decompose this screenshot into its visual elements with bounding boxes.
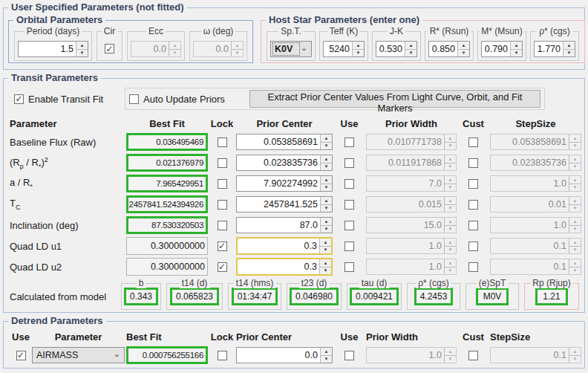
lock-checkbox[interactable] [218,158,227,168]
period-spinner[interactable]: 1.5▲▼ [18,41,88,57]
spinner-up-icon[interactable]: ▲ [564,42,575,49]
rho-spinner-field[interactable]: 1.770 [535,42,563,56]
cust-checkbox[interactable] [468,262,478,272]
cust-checkbox[interactable] [468,137,478,147]
prior-center-spinner-field[interactable]: 0.053858691 [237,135,320,149]
cust-checkbox[interactable] [468,351,478,360]
cust-checkbox[interactable] [468,158,478,168]
prior-center-spinner-field[interactable]: 2457841.525 [237,198,320,211]
spinner-down-icon[interactable]: ▼ [564,49,575,57]
teff-spinner[interactable]: 5240▲▼ [323,41,365,57]
use-checkbox[interactable] [344,241,354,251]
prior-center-spinner-field[interactable]: 0.3 [238,239,319,253]
lock-checkbox[interactable] [218,137,227,147]
prior-center-spinner[interactable]: 0.3▲▼ [236,258,333,276]
period-spinner-field[interactable]: 1.5 [19,42,76,56]
spinner-up-icon: ▲ [569,134,581,142]
spinner-up-icon[interactable]: ▲ [458,42,469,49]
spinner-down-icon[interactable]: ▼ [321,204,332,213]
spinner-down-icon[interactable]: ▼ [353,49,364,57]
spinner-down-icon[interactable]: ▼ [321,225,332,233]
spinner-up-icon[interactable]: ▲ [353,42,364,49]
mstar-spinner[interactable]: 0.790▲▼ [481,41,523,57]
lock-checkbox[interactable] [218,200,227,210]
cir-checkbox[interactable]: ✓ [105,44,114,53]
spinner-up-icon[interactable]: ▲ [320,239,331,246]
auto-update-priors-checkbox[interactable] [129,94,139,104]
transit-rows: Baseline Flux (Raw)0.0364954690.05385869… [4,132,584,277]
spinner-down-icon[interactable]: ▼ [405,49,416,57]
spinner-up-icon[interactable]: ▲ [321,197,332,204]
prior-center-spinner[interactable]: 0.053858691▲▼ [236,134,333,150]
lock-cell [208,179,236,189]
extract-priors-button[interactable]: Extract Prior Center Values From Light C… [249,90,540,108]
prior-center-spinner-field[interactable]: 0.023835736 [237,156,320,169]
jk-spinner-field[interactable]: 0.530 [376,42,405,56]
calc-value-field: M0V [476,288,509,305]
jk-spinner[interactable]: 0.530▲▼ [376,41,417,57]
use-checkbox[interactable] [344,200,354,210]
use-checkbox[interactable] [344,158,354,168]
spinner-down-icon[interactable]: ▼ [511,49,522,57]
spt-select[interactable]: K0V⌄ [270,41,312,57]
spinner-down-icon[interactable]: ▼ [321,142,332,150]
use-checkbox[interactable] [344,262,354,272]
spinner-down-icon: ▼ [445,184,456,192]
spinner-down-icon[interactable]: ▼ [458,49,469,57]
spinner-up-icon[interactable]: ▲ [321,218,332,225]
lock-checkbox[interactable] [218,351,227,360]
use-checkbox[interactable] [344,221,354,230]
rho-fieldbox: ρ* (cgs) 1.770▲▼ [530,31,579,61]
prior-center-spinner[interactable]: 0.3▲▼ [236,237,333,255]
prior-center-spinner[interactable]: 87.0▲▼ [236,217,333,233]
detrend-parameters-group: Detrend Parameters Use Parameter Best Fi… [3,321,585,369]
cust-checkbox[interactable] [468,241,478,251]
spinner-up-icon[interactable]: ▲ [321,155,332,163]
rstar-spinner[interactable]: 0.850▲▼ [428,41,470,57]
detrend-use-checkbox[interactable]: ✓ [16,351,26,360]
spinner-up-icon[interactable]: ▲ [76,42,88,49]
prior-center-spinner[interactable]: 0.023835736▲▼ [236,155,333,171]
prior-center-spinner-field[interactable]: 7.902274992 [237,177,320,190]
cust-checkbox[interactable] [468,221,478,230]
enable-transit-fit-checkbox[interactable]: ✓ [14,94,24,104]
spinner-down-icon[interactable]: ▼ [76,49,88,57]
prior-width-cell: 1.0▲▼ [366,259,457,275]
spinner-down-icon[interactable]: ▼ [320,246,331,254]
spinner-up-icon[interactable]: ▲ [321,134,332,142]
spinner-up-icon: ▲ [569,259,581,267]
lock-checkbox[interactable] [218,179,227,189]
prior-center-spinner-field[interactable]: 0.3 [238,260,319,273]
stepsize-spinner: 1.0▲▼ [490,175,581,192]
spinner-down-icon[interactable]: ▼ [321,355,332,363]
spinner-down-icon[interactable]: ▼ [320,267,331,275]
spinner-down-icon[interactable]: ▼ [321,184,332,192]
spinner-up-icon[interactable]: ▲ [320,259,331,267]
spinner-down-icon[interactable]: ▼ [321,163,332,171]
detrend-parameter-select[interactable]: AIRMASS⌄ [32,347,125,363]
spinner-up-icon[interactable]: ▲ [321,176,332,184]
mstar-spinner-field[interactable]: 0.790 [482,42,510,56]
prior-center-spinner[interactable]: 0.0▲▼ [236,347,333,363]
prior-center-spinner[interactable]: 2457841.525▲▼ [236,196,333,213]
rstar-spinner-field[interactable]: 0.850 [429,42,457,56]
spinner-buttons: ▲▼ [569,348,581,363]
lock-checkbox[interactable]: ✓ [218,241,227,251]
prior-center-spinner[interactable]: 7.902274992▲▼ [236,175,333,192]
prior-center-spinner-field[interactable]: 0.0 [237,348,320,362]
use-checkbox[interactable] [344,137,354,147]
rho-spinner[interactable]: 1.770▲▼ [534,41,575,57]
lock-checkbox[interactable]: ✓ [218,262,227,272]
use-checkbox[interactable] [344,351,354,360]
cust-checkbox[interactable] [468,200,478,210]
lock-checkbox[interactable] [218,221,227,230]
rstar-label: R* (Rsun) [428,26,471,36]
spinner-up-icon[interactable]: ▲ [511,42,522,49]
teff-spinner-field[interactable]: 5240 [324,42,352,56]
cust-checkbox[interactable] [468,179,478,189]
use-checkbox[interactable] [344,179,354,189]
spinner-up-icon[interactable]: ▲ [405,42,416,49]
spinner-buttons: ▲▼ [569,259,581,274]
spinner-up-icon[interactable]: ▲ [321,348,332,355]
prior-center-spinner-field[interactable]: 87.0 [237,218,320,232]
